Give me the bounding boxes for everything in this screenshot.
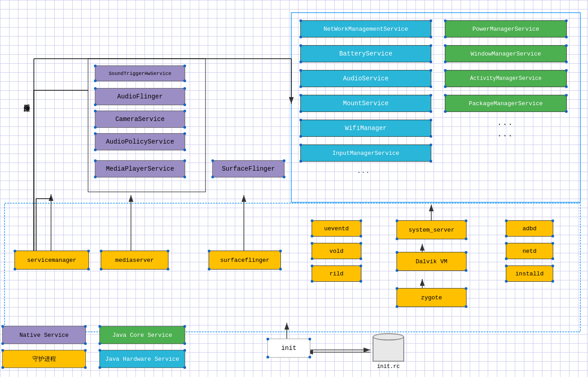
legend-java-hw: Java Hardware Service — [99, 350, 185, 368]
legend-native-service: Native Service — [2, 326, 86, 344]
cylinder-top — [373, 333, 404, 340]
svg-rect-2 — [5, 203, 580, 332]
box-audio-policy: AudioPolicyService — [95, 133, 185, 150]
box-surface-flinger-proc: surfaceflinger — [209, 251, 281, 270]
box-media-server: mediaserver — [101, 251, 168, 270]
box-rild: rild — [312, 265, 361, 282]
legend-java-core: Java Core Service — [99, 326, 185, 344]
box-power-mgr: PowerManagerService — [445, 20, 567, 37]
box-init: init — [267, 339, 310, 358]
box-installd: installd — [506, 265, 553, 282]
box-service-manager: servicemanager — [14, 251, 89, 270]
box-sound-trigger: SoundTriggerHwService — [95, 65, 185, 81]
cylinder-initrc: init.rc — [373, 333, 404, 372]
box-camera-service: CameraService — [95, 111, 185, 128]
dots-green2: ... — [497, 129, 513, 139]
box-battery: BatteryService — [300, 45, 431, 62]
box-vold: vold — [312, 243, 361, 259]
box-media-player: MediaPlayerService — [95, 160, 185, 177]
box-package-mgr: PackageManagerService — [445, 95, 567, 112]
box-activity-mgr: ActivityManagerService — [445, 70, 567, 87]
box-mount-service: MountService — [300, 95, 431, 112]
cylinder-body — [373, 337, 404, 362]
dots-green: ... — [497, 117, 513, 128]
main-canvas: 注册服务 SoundTriggerHwService AudioFlinger … — [0, 0, 588, 377]
box-audio-service: AudioService — [300, 70, 431, 87]
box-surface-flinger-top: SurfaceFlinger — [212, 160, 285, 177]
box-audio-flinger: AudioFlinger — [95, 88, 185, 105]
box-input-mgr: InputManagerService — [300, 144, 431, 162]
dots-cyan: ... — [357, 167, 370, 175]
legend-guard-process: 守护进程 — [2, 350, 86, 368]
box-window-mgr: WindowManagerService — [445, 45, 567, 62]
box-ueventd: ueventd — [312, 220, 361, 237]
box-zygote: zygote — [397, 288, 467, 307]
box-dalvik-vm: Dalvik VM — [397, 252, 467, 271]
box-system-server: system_server — [397, 220, 467, 239]
cylinder-label: init.rc — [377, 363, 400, 370]
box-adbd: adbd — [506, 220, 553, 237]
box-network-mgmt: NetWorkManagementService — [300, 20, 431, 37]
box-netd: netd — [506, 243, 553, 259]
box-wifi-mgr: WifiManager — [300, 120, 431, 137]
